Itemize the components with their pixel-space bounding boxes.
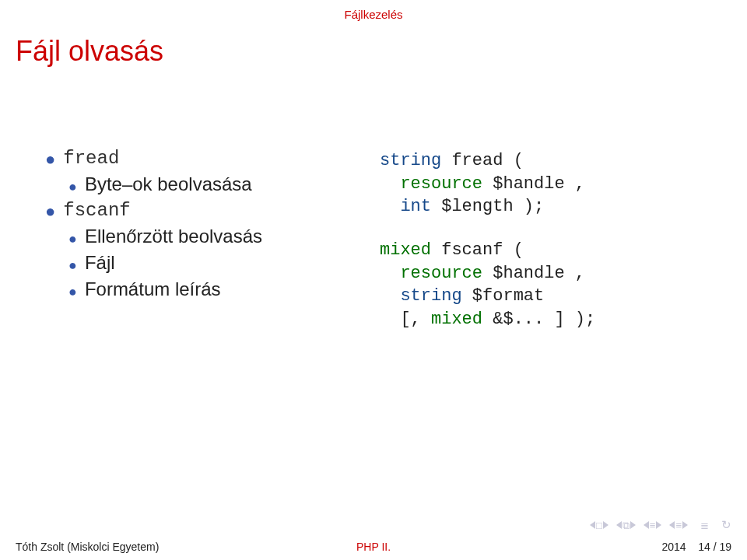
nav-prev-icon bbox=[616, 521, 622, 529]
list-item: ●Fájl bbox=[68, 252, 380, 274]
section-label: Fájlkezelés bbox=[344, 8, 402, 21]
code-token: mixed bbox=[431, 310, 482, 329]
list-item-text: Formátum leírás bbox=[85, 278, 221, 300]
bullet-icon: ● bbox=[68, 285, 77, 299]
code-token: $handle , bbox=[482, 174, 585, 194]
code-token: string bbox=[400, 286, 461, 306]
content-area: ●fread●Byte–ok beolvasása●fscanf●Ellenőr… bbox=[45, 148, 707, 331]
footer-title: PHP II. bbox=[356, 541, 391, 553]
nav-doc-group[interactable]: ⧉ bbox=[616, 520, 636, 530]
section-header: Fájlkezelés bbox=[0, 8, 747, 22]
nav-prev-sub-icon bbox=[644, 521, 649, 529]
nav-next-section-icon bbox=[603, 521, 608, 529]
footer-page: 2014 14 / 19 bbox=[661, 541, 731, 553]
list-item-text: Ellenőrzött beolvasás bbox=[85, 226, 262, 247]
nav-doc-icon: ⧉ bbox=[622, 520, 630, 530]
nav-prev-slide-icon bbox=[669, 521, 675, 529]
nav-prev-section-icon bbox=[590, 521, 595, 529]
nav-lines-icon: ≡ bbox=[650, 520, 656, 530]
code-token bbox=[380, 286, 400, 306]
footer-year: 2014 bbox=[661, 541, 686, 553]
footer-author: Tóth Zsolt (Miskolci Egyetem) bbox=[16, 541, 159, 553]
list-item: ●Ellenőrzött beolvasás bbox=[68, 226, 380, 247]
bullet-icon: ● bbox=[68, 180, 77, 194]
list-item-text: Fájl bbox=[85, 252, 115, 274]
code-token: $handle , bbox=[482, 264, 585, 283]
code-token: resource bbox=[400, 174, 482, 194]
list-item-text: fscanf bbox=[63, 200, 130, 221]
bullet-icon: ● bbox=[68, 232, 77, 246]
list-item: ●fscanf bbox=[45, 200, 380, 221]
title-area: Fájl olvasás bbox=[16, 35, 163, 68]
nav-bar: □ ⧉ ≡ ≡ ≣ ↻ bbox=[590, 518, 731, 532]
footer-pagenum: 14 / 19 bbox=[698, 541, 731, 553]
bullet-icon: ● bbox=[45, 203, 55, 220]
code-token: fscanf ( bbox=[431, 240, 524, 260]
nav-next-icon bbox=[630, 521, 636, 529]
list-item: ●fread bbox=[45, 148, 380, 169]
nav-lines-icon-2: ≡ bbox=[675, 520, 682, 530]
code-token: mixed bbox=[380, 240, 431, 260]
code-token: fread ( bbox=[441, 151, 524, 170]
code-token: int bbox=[400, 197, 431, 216]
code-token: string bbox=[380, 151, 441, 170]
footer: Tóth Zsolt (Miskolci Egyetem) PHP II. 20… bbox=[0, 534, 747, 560]
nav-refresh-icon[interactable]: ↻ bbox=[721, 518, 731, 532]
code-token: $format bbox=[462, 286, 545, 306]
list-item-text: fread bbox=[63, 148, 119, 169]
code-column: string fread ( resource $handle , int $l… bbox=[380, 148, 691, 331]
bullet-list: ●fread●Byte–ok beolvasása●fscanf●Ellenőr… bbox=[45, 148, 380, 331]
list-item: ●Formátum leírás bbox=[68, 278, 380, 300]
code-token: &$... ] ); bbox=[482, 310, 595, 329]
code-token bbox=[380, 174, 400, 194]
nav-slide-group[interactable]: ≡ bbox=[669, 520, 688, 530]
code-token: resource bbox=[400, 264, 482, 283]
nav-frame-icon: □ bbox=[596, 520, 602, 530]
nav-subsec-group[interactable]: ≡ bbox=[644, 520, 662, 530]
nav-first-group[interactable]: □ bbox=[590, 520, 608, 530]
slide: Fájlkezelés Fájl olvasás ●fread●Byte–ok … bbox=[0, 0, 747, 560]
list-item: ●Byte–ok beolvasása bbox=[68, 173, 380, 195]
bullet-icon: ● bbox=[68, 258, 77, 272]
bullet-icon: ● bbox=[45, 151, 55, 168]
nav-next-sub-icon bbox=[656, 521, 661, 529]
code-token: $length ); bbox=[431, 197, 544, 216]
code-token bbox=[380, 197, 400, 216]
code-token bbox=[380, 264, 400, 283]
nav-end-icon[interactable]: ≣ bbox=[700, 520, 709, 531]
code-token: [, bbox=[380, 310, 431, 329]
slide-title: Fájl olvasás bbox=[16, 35, 163, 68]
code-block-fread: string fread ( resource $handle , int $l… bbox=[380, 149, 691, 219]
nav-next-slide-icon bbox=[682, 521, 688, 529]
code-block-fscanf: mixed fscanf ( resource $handle , string… bbox=[380, 239, 691, 331]
list-item-text: Byte–ok beolvasása bbox=[85, 173, 252, 195]
